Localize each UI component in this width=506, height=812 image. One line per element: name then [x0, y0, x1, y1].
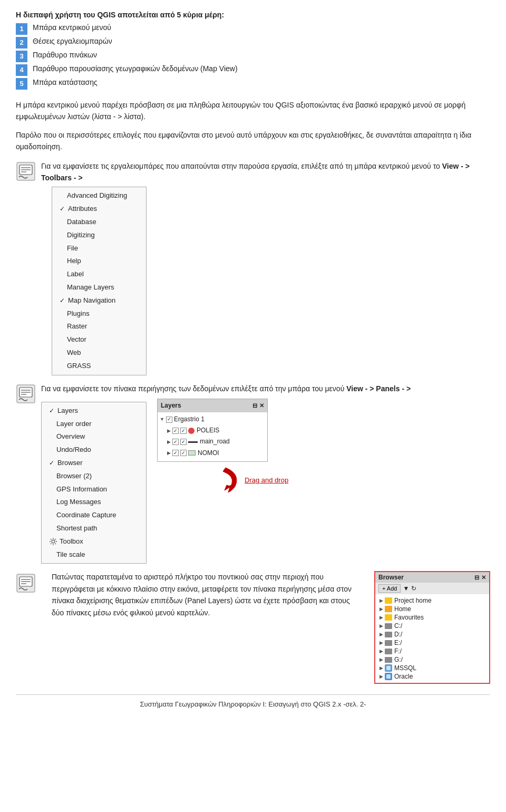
nomoi-label: NOMOI	[198, 448, 219, 458]
poleis-visible[interactable]	[180, 428, 187, 434]
browser-item-f[interactable]: ▶ F:/	[380, 647, 487, 655]
oracle-label: Oracle	[394, 673, 413, 680]
g-arrow: ▶	[380, 657, 383, 662]
panels-item-gps[interactable]: GPS Information	[42, 483, 146, 496]
toolbar-item-help[interactable]: Help	[52, 255, 146, 268]
note1-text: Για να εμφανίσετε τις εργαλειομπάρες που…	[41, 162, 442, 170]
toolbar-item-map-navigation[interactable]: Map Navigation	[52, 294, 146, 307]
nomoi-visible[interactable]	[180, 450, 187, 456]
browser-panel-pin-icon[interactable]: ⊟	[474, 574, 479, 581]
toolbar-item-file[interactable]: File	[52, 242, 146, 255]
badge-3: 3	[16, 51, 27, 62]
layers-panel-close-icon[interactable]: ✕	[259, 401, 264, 411]
toolbar-item-label[interactable]: Label	[52, 268, 146, 281]
nomoi-checkbox[interactable]	[172, 450, 179, 456]
mssql-db-icon	[385, 664, 392, 672]
browser-item-c[interactable]: ▶ C:/	[380, 622, 487, 630]
toolbar-item-manage-layers[interactable]: Manage Layers	[52, 281, 146, 294]
panels-item-coordinate[interactable]: Coordinate Capture	[42, 509, 146, 522]
project-home-arrow: ▶	[380, 598, 383, 603]
home-arrow: ▶	[380, 606, 383, 612]
panels-item-shortest[interactable]: Shortest path	[42, 522, 146, 535]
toolbar-item-raster[interactable]: Raster	[52, 320, 146, 333]
svg-rect-16	[386, 666, 391, 670]
panels-item-browser-2[interactable]: Browser (2)	[42, 470, 146, 483]
footer-text: Συστήματα Γεωγραφικών Πληροφοριών Ι: Εισ…	[140, 700, 366, 708]
panels-item-browser[interactable]: Browser	[42, 457, 146, 470]
main-road-visible[interactable]	[180, 439, 187, 445]
numbered-list: 1 Μπάρα κεντρικού μενού 2 Θέσεις εργαλει…	[16, 23, 490, 90]
project-home-label: Project home	[394, 597, 432, 604]
browser-refresh-icon[interactable]: ↻	[411, 585, 416, 592]
panels-item-undo-redo[interactable]: Undo/Redo	[42, 443, 146, 457]
title-section: Η διεπαφή χρήστη του QGIS αποτελείται απ…	[16, 11, 490, 90]
note-icon-2	[16, 384, 36, 404]
item-label-3: Παράθυρο πινάκων	[33, 51, 97, 59]
note2-bold: View - > Panels - >	[346, 384, 411, 393]
browser-item-g[interactable]: ▶ G:/	[380, 655, 487, 664]
panels-item-overview[interactable]: Overview	[42, 430, 146, 443]
panels-item-layers[interactable]: Layers	[42, 404, 146, 418]
favourites-label: Favourites	[394, 614, 424, 621]
panels-item-toolbox[interactable]: Toolbox	[42, 535, 146, 548]
browser-item-project-home[interactable]: ▶ Project home	[380, 596, 487, 605]
panels-item-log-messages[interactable]: Log Messages	[42, 496, 146, 509]
browser-panel-close-icon[interactable]: ✕	[481, 574, 486, 581]
c-arrow: ▶	[380, 623, 383, 629]
browser-item-e[interactable]: ▶ E:/	[380, 639, 487, 647]
group-label: Ergastrio 1	[174, 414, 205, 424]
list-item-2: 2 Θέσεις εργαλειομπαρών	[16, 37, 490, 49]
toolbar-item-advanced-digitizing[interactable]: Advanced Digitizing	[52, 189, 146, 202]
badge-2: 2	[16, 37, 27, 49]
layers-panel-pin-icon[interactable]: ⊟	[252, 401, 257, 411]
layers-panel-title: Layers	[161, 401, 181, 411]
layers-panel-body: ▼ Ergastrio 1 ▶ POLEIS	[158, 412, 267, 461]
mssql-arrow: ▶	[380, 665, 383, 671]
note-block-1: Για να εμφανίσετε τις εργαλειομπάρες που…	[16, 160, 490, 375]
item-label-1: Μπάρα κεντρικού μενού	[33, 23, 111, 32]
browser-item-home[interactable]: ▶ Home	[380, 605, 487, 613]
main-road-checkbox[interactable]	[172, 439, 179, 445]
toolbar-item-vector[interactable]: Vector	[52, 333, 146, 346]
browser-item-d[interactable]: ▶ D:/	[380, 630, 487, 639]
browser-add-button[interactable]: + Add	[378, 584, 401, 593]
panels-item-layer-order[interactable]: Layer order	[42, 418, 146, 431]
browser-item-mssql[interactable]: ▶ MSSQL	[380, 664, 487, 672]
mssql-label: MSSQL	[394, 664, 416, 672]
nomoi-expand-icon[interactable]: ▶	[167, 449, 171, 457]
project-home-folder-icon	[385, 597, 392, 604]
main-road-color	[188, 441, 198, 443]
note-text-1: Για να εμφανίσετε τις εργαλειομπάρες που…	[41, 160, 490, 375]
toolbar-item-database[interactable]: Database	[52, 216, 146, 229]
toolbar-item-plugins[interactable]: Plugins	[52, 307, 146, 321]
paragraph-2: Παρόλο που οι περισσότερες επιλογές που …	[16, 129, 490, 153]
bottom-paragraph: Πατώντας παρατεταμένα το αριστερό πλήκτρ…	[52, 571, 364, 618]
layers-group-ergastrio: ▼ Ergastrio 1	[160, 414, 265, 424]
toolbar-item-web[interactable]: Web	[52, 346, 146, 360]
poleis-checkbox[interactable]	[172, 428, 179, 434]
oracle-db-icon	[385, 673, 392, 680]
layer-nomoi: ▶ NOMOI	[167, 448, 265, 458]
toolbar-item-attributes[interactable]: Attributes	[52, 202, 146, 216]
browser-filter-icon[interactable]: ▼	[403, 585, 409, 592]
browser-item-oracle[interactable]: ▶ Oracle	[380, 672, 487, 681]
toolbar-item-grass[interactable]: GRASS	[52, 360, 146, 373]
d-label: D:/	[394, 631, 402, 638]
f-arrow: ▶	[380, 649, 383, 654]
drag-and-drop-label[interactable]: Drag and drop	[245, 475, 288, 486]
toolbar-item-digitizing[interactable]: Digitizing	[52, 229, 146, 242]
c-drive-icon	[385, 623, 392, 629]
note-block-2: Για να εμφανίσετε τον πίνακα περιήγησης …	[16, 383, 490, 564]
group-checkbox[interactable]	[166, 417, 172, 423]
badge-4: 4	[16, 64, 27, 76]
panels-item-tile-scale[interactable]: Tile scale	[42, 548, 146, 562]
main-road-expand-icon[interactable]: ▶	[167, 438, 171, 446]
d-arrow: ▶	[380, 632, 383, 637]
svg-rect-17	[386, 674, 391, 679]
badge-5: 5	[16, 78, 27, 90]
group-expand-icon[interactable]: ▼	[160, 415, 164, 423]
poleis-expand-icon[interactable]: ▶	[167, 427, 171, 434]
bottom-section: Πατώντας παρατεταμένα το αριστερό πλήκτρ…	[16, 571, 490, 684]
layers-panel-icons: ⊟ ✕	[252, 401, 264, 411]
browser-item-favourites[interactable]: ▶ Favourites	[380, 613, 487, 622]
